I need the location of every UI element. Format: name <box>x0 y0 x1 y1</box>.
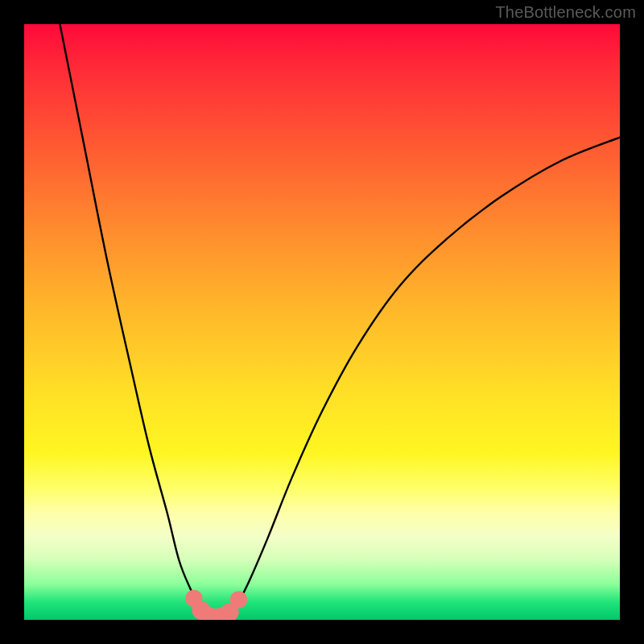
curve-group <box>60 24 620 618</box>
chart-frame: TheBottleneck.com <box>0 0 644 644</box>
marker-group <box>185 590 247 620</box>
bottleneck-curve <box>60 24 620 618</box>
plot-area <box>24 24 620 620</box>
chart-svg <box>24 24 620 620</box>
watermark-text: TheBottleneck.com <box>495 3 636 22</box>
valley-marker <box>230 591 247 608</box>
